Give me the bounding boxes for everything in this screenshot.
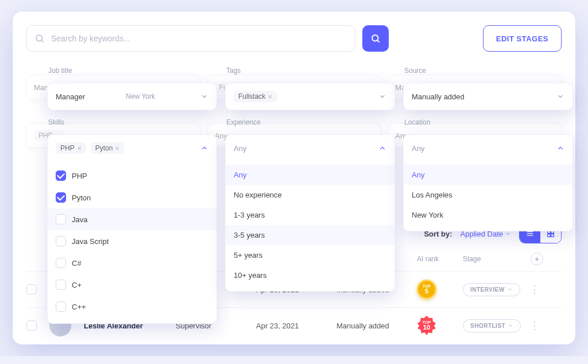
location-select[interactable]: Any AnyLos AngelesNew York: [403, 134, 573, 231]
location-option[interactable]: Any: [404, 165, 572, 185]
search-icon: [370, 33, 381, 44]
checkbox[interactable]: [56, 236, 66, 246]
skill-option[interactable]: Java: [48, 208, 216, 230]
skill-option-label: PHP: [72, 172, 87, 180]
main-panel: EDIT STAGES ManagerNew York Fullstack✕ M…: [13, 11, 575, 344]
skill-option[interactable]: C+: [48, 274, 216, 296]
close-icon[interactable]: ✕: [77, 145, 82, 152]
experience-label: Experience: [226, 118, 395, 126]
job-title-select[interactable]: Manager New York: [47, 83, 217, 110]
chevron-up-icon: [200, 144, 208, 152]
chevron-down-icon: [556, 92, 564, 100]
svg-point-0: [36, 35, 42, 41]
skill-option-label: Java Script: [72, 237, 109, 246]
filters-overlay: Job title Manager New York Skills PHP✕ P…: [47, 67, 573, 324]
experience-dropdown: AnyNo experience1-3 years3-5 years5+ yea…: [226, 161, 394, 291]
checkbox[interactable]: [56, 280, 66, 290]
location-dropdown: AnyLos AngelesNew York: [404, 161, 572, 231]
search-icon: [34, 33, 45, 44]
checkbox[interactable]: [56, 258, 66, 268]
topbar: EDIT STAGES: [26, 25, 562, 52]
skill-option[interactable]: Java Script: [48, 230, 216, 252]
location-option[interactable]: New York: [404, 205, 572, 225]
search-input[interactable]: [26, 25, 355, 52]
svg-line-3: [377, 40, 379, 42]
experience-option[interactable]: Any: [226, 165, 394, 185]
source-value: Manually added: [412, 92, 465, 101]
source-label: Source: [404, 67, 573, 75]
experience-value: Any: [234, 144, 246, 153]
skill-option[interactable]: PHP: [48, 165, 216, 187]
svg-line-1: [41, 40, 43, 42]
checkbox[interactable]: [56, 214, 66, 224]
checkbox[interactable]: [56, 192, 66, 203]
experience-option[interactable]: 1-3 years: [226, 205, 394, 225]
skill-option-label: C++: [72, 303, 86, 311]
search-button[interactable]: [362, 25, 389, 52]
skills-select[interactable]: PHP✕ Pyton✕ PHPPytonJavaJava ScriptC#C+C…: [47, 134, 217, 324]
location-option[interactable]: Los Angeles: [404, 185, 572, 205]
skill-chip-pyton[interactable]: Pyton✕: [91, 142, 125, 154]
tag-chip-fullstack[interactable]: Fullstack✕: [234, 91, 277, 102]
location-value: Any: [412, 144, 424, 153]
tags-select[interactable]: Fullstack✕: [225, 83, 395, 110]
close-icon[interactable]: ✕: [268, 94, 272, 100]
skill-option[interactable]: Pyton: [48, 187, 216, 208]
source-select[interactable]: Manually added: [403, 83, 573, 110]
checkbox[interactable]: [56, 171, 66, 181]
row-checkbox[interactable]: [26, 284, 37, 295]
experience-option[interactable]: 5+ years: [226, 245, 394, 265]
skills-dropdown: PHPPytonJavaJava ScriptC#C+C++: [48, 161, 216, 323]
skill-option[interactable]: C++: [48, 296, 216, 317]
job-title-location: New York: [126, 92, 155, 100]
svg-point-2: [372, 35, 378, 41]
skill-option-label: C#: [72, 259, 82, 268]
skill-option[interactable]: C#: [48, 252, 216, 274]
checkbox[interactable]: [56, 301, 66, 312]
chevron-up-icon: [556, 144, 564, 152]
experience-option[interactable]: 10+ years: [226, 265, 394, 285]
location-label: Location: [404, 118, 573, 126]
skill-option-label: Pyton: [72, 193, 91, 202]
experience-option[interactable]: No experience: [226, 185, 394, 205]
skill-option-label: Java: [72, 215, 87, 224]
chevron-up-icon: [378, 144, 386, 152]
experience-select[interactable]: Any AnyNo experience1-3 years3-5 years5+…: [225, 134, 395, 292]
chevron-down-icon: [200, 92, 208, 100]
row-checkbox[interactable]: [26, 320, 37, 331]
chevron-down-icon: [378, 92, 386, 100]
search-wrap: [26, 25, 355, 52]
job-title-label: Job title: [48, 67, 217, 75]
experience-option[interactable]: 3-5 years: [226, 225, 394, 245]
close-icon[interactable]: ✕: [115, 145, 119, 152]
skill-chip-php[interactable]: PHP✕: [56, 142, 86, 154]
tags-label: Tags: [226, 67, 395, 75]
job-title-value: Manager: [56, 92, 85, 101]
skill-option-label: C+: [72, 281, 82, 289]
edit-stages-button[interactable]: EDIT STAGES: [483, 25, 562, 52]
skills-label: Skills: [48, 118, 217, 126]
